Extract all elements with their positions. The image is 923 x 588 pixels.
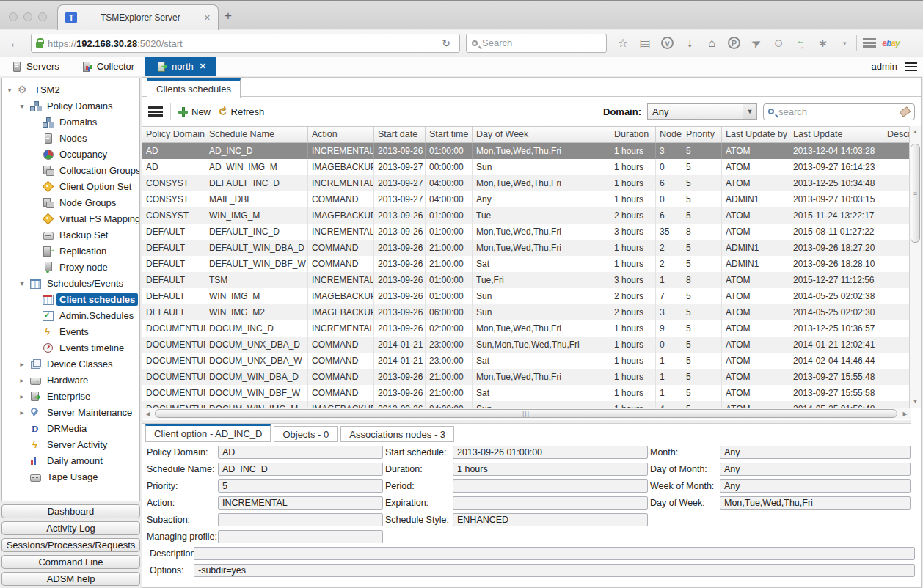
field-input-schedule-style[interactable] (453, 513, 648, 526)
tree-item-domains[interactable]: Domains (2, 114, 139, 130)
column-header-last-update[interactable]: Last Update (789, 127, 883, 142)
send-icon[interactable]: ➤ (748, 34, 765, 52)
tree-item-events-timeline[interactable]: Events timeline (2, 339, 139, 356)
tab-close-icon[interactable]: ✕ (204, 13, 211, 23)
tree-item-drmedia[interactable]: DRMedia (2, 420, 139, 436)
sidebar-button-dashboard[interactable]: Dashboard (1, 504, 140, 518)
tab-clients-schedules[interactable]: Clients schedules (147, 78, 241, 98)
grid-search-box[interactable] (763, 103, 915, 120)
collapse-arrow-icon[interactable]: ▾ (5, 86, 14, 94)
column-header-action[interactable]: Action (308, 127, 374, 142)
close-icon[interactable]: ✕ (200, 62, 206, 71)
tree-item-tape-usage[interactable]: Tape Usage (2, 468, 139, 485)
table-row[interactable]: DEFAULTWIN_IMG_M2IMAGEBACKUP2013-09-2606… (142, 304, 911, 320)
tree-item-nodes[interactable]: Nodes (2, 130, 139, 146)
tree-item-node-groups[interactable]: Node Groups (2, 194, 139, 210)
field-input-description[interactable] (194, 547, 915, 560)
field-input-subaction[interactable] (218, 513, 383, 526)
field-input-policy-domain[interactable] (218, 446, 383, 459)
browser-menu-icon[interactable] (863, 38, 876, 48)
smiley-extension-icon[interactable]: ☺ (773, 36, 784, 51)
expand-arrow-icon[interactable]: ▸ (18, 408, 26, 416)
window-minimize-button[interactable] (23, 12, 32, 21)
app-tab-servers[interactable]: Servers (0, 57, 70, 76)
tree-item-schedules-events[interactable]: ▾Schedules/Events (2, 275, 139, 291)
table-row[interactable]: DOCUMENTUMDOCUM_INC_DINCREMENTAL2013-09-… (142, 320, 911, 337)
field-input-options[interactable] (194, 564, 915, 577)
table-row[interactable]: DEFAULTWIN_IMG_MIMAGEBACKUP2013-09-2601:… (142, 288, 911, 304)
vertical-scroll-thumb[interactable]: ≡ (911, 144, 920, 243)
window-zoom-button[interactable] (38, 12, 47, 21)
browser-search-box[interactable]: Search (466, 34, 607, 53)
reload-icon[interactable]: ↻ (437, 36, 455, 51)
sidebar-button-adsm-help[interactable]: ADSM help (1, 572, 140, 586)
field-input-period[interactable] (453, 479, 648, 493)
tree-item-server-activity[interactable]: Server Activity (2, 436, 139, 452)
app-tab-north[interactable]: north✕ (145, 57, 216, 76)
field-input-duration[interactable] (453, 463, 648, 476)
overflow-caret-icon[interactable]: ▾ (839, 36, 850, 51)
field-input-day-of-week[interactable] (720, 496, 911, 510)
tree-item-hardware[interactable]: ▸Hardware (2, 372, 139, 388)
column-header-policy-domain[interactable]: Policy Domain (142, 127, 205, 142)
column-header-day-of-week[interactable]: Day of Week (473, 127, 610, 142)
tree-item-collocation-groups[interactable]: Collocation Groups (2, 162, 139, 178)
pocket-icon[interactable]: ∨ (661, 37, 674, 49)
field-input-schedule-name[interactable] (218, 463, 383, 476)
detail-tab-objects-0[interactable]: Objects - 0 (274, 426, 338, 442)
sidebar-button-activity-log[interactable]: Activity Log (1, 521, 140, 535)
column-header-duration[interactable]: Duration (610, 127, 656, 142)
tree-item-proxy-node[interactable]: Proxy node (2, 259, 139, 275)
field-input-day-of-month[interactable] (720, 463, 911, 476)
tree-item-device-classes[interactable]: ▸Device Classes (2, 356, 139, 372)
table-row[interactable]: DOCUMENTUMDOCUM_WIN_IMG_MIMAGEBACKUP2013… (142, 401, 911, 408)
tree-item-virtual-fs-mapping[interactable]: Virtual FS Mapping (2, 210, 139, 227)
reading-list-icon[interactable]: ▤ (639, 36, 651, 51)
table-row[interactable]: DOCUMENTUMDOCUM_UNX_DBA_DCOMMAND2014-01-… (142, 337, 911, 353)
scroll-down-icon[interactable]: ▼ (910, 396, 921, 408)
table-row[interactable]: DEFAULTDEFAULT_WIN_DBF_WCOMMAND2013-09-2… (142, 256, 911, 272)
tree-item-occupancy[interactable]: Occupancy (2, 146, 139, 162)
table-row[interactable]: DOCUMENTUMDOCUM_WIN_DBA_DCOMMAND2013-09-… (142, 369, 911, 385)
expand-arrow-icon[interactable]: ▸ (18, 392, 26, 400)
field-input-month[interactable] (720, 446, 911, 459)
tree-item-replication[interactable]: Replication (2, 243, 139, 259)
home-icon[interactable]: ⌂ (706, 36, 718, 51)
table-row[interactable]: ADAD_INC_DINCREMENTAL2013-09-2601:00:00M… (142, 143, 911, 159)
grid-menu-icon[interactable] (148, 106, 163, 117)
collapse-arrow-icon[interactable]: ▾ (18, 102, 26, 110)
column-header-schedule-name[interactable]: Schedule Name (205, 127, 308, 142)
field-input-managing-profile[interactable] (218, 530, 383, 543)
scroll-up-icon[interactable]: ▲ (910, 126, 921, 138)
table-row[interactable]: DOCUMENTUMDOCUM_UNX_DBA_WCOMMAND2014-01-… (142, 353, 911, 369)
tree-item-server-maintenance[interactable]: ▸Server Maintenance (2, 404, 139, 420)
url-bar[interactable]: https://192.168.30.28:5020/start ↻ (31, 34, 460, 53)
scroll-right-icon[interactable]: ▶ (900, 408, 911, 419)
table-row[interactable]: DOCUMENTUMDOCUM_WIN_DBF_WCOMMAND2013-09-… (142, 385, 911, 401)
detail-tab-associations-nodes-3[interactable]: Associations nodes - 3 (340, 426, 454, 442)
window-controls[interactable] (9, 11, 53, 24)
sidebar-button-sessions-processes-requests[interactable]: Sessions/Processes/Requests (1, 538, 140, 552)
column-header-start-time[interactable]: Start time (426, 127, 473, 142)
tree-item-admin-schedules[interactable]: Admin.Schedules (2, 307, 139, 323)
horizontal-scroll-thumb[interactable]: ||| (155, 409, 897, 418)
chevron-down-icon[interactable]: ▼ (743, 104, 756, 119)
app-menu-icon[interactable] (905, 62, 917, 71)
back-button[interactable]: ← (6, 35, 25, 51)
expand-arrow-icon[interactable]: ▸ (18, 360, 26, 368)
tree-item-daily-amount[interactable]: Daily amount (2, 452, 139, 468)
grid-search-input[interactable] (778, 106, 896, 117)
privacy-badger-icon[interactable]: P (728, 37, 740, 49)
expand-arrow-icon[interactable]: ▸ (18, 376, 26, 384)
table-row[interactable]: DEFAULTDEFAULT_INC_DINCREMENTAL2013-09-2… (142, 224, 911, 240)
scroll-left-icon[interactable]: ◀ (142, 408, 153, 419)
tree-item-enterprise[interactable]: ▸Enterprise (2, 388, 139, 404)
sync-arrows-extension-icon[interactable]: ←→ (795, 37, 806, 49)
table-row[interactable]: DEFAULTDEFAULT_WIN_DBA_DCOMMAND2013-09-2… (142, 240, 911, 256)
table-row[interactable]: CONSYSTWIN_IMG_MIMAGEBACKUP2013-09-2601:… (142, 207, 911, 224)
ebay-extension-icon[interactable]: ebay (882, 38, 899, 48)
field-input-expiration[interactable] (453, 496, 648, 510)
column-header-priority[interactable]: Priority (682, 127, 722, 142)
field-input-priority[interactable] (218, 479, 383, 493)
collapse-arrow-icon[interactable]: ▾ (18, 279, 26, 287)
